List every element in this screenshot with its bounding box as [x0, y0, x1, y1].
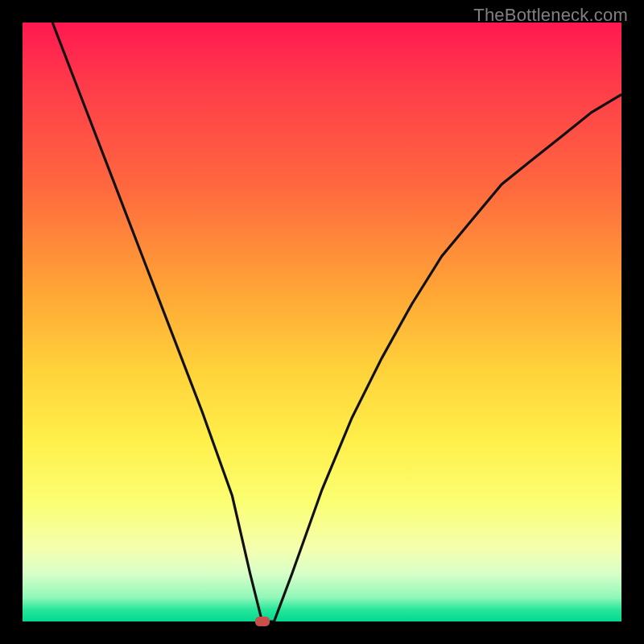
curve-svg: [23, 23, 621, 621]
chart-frame: TheBottleneck.com: [0, 0, 644, 644]
watermark-text: TheBottleneck.com: [473, 5, 628, 26]
bottleneck-curve: [52, 23, 621, 621]
plot-area: [23, 23, 621, 621]
min-marker: [255, 617, 270, 626]
